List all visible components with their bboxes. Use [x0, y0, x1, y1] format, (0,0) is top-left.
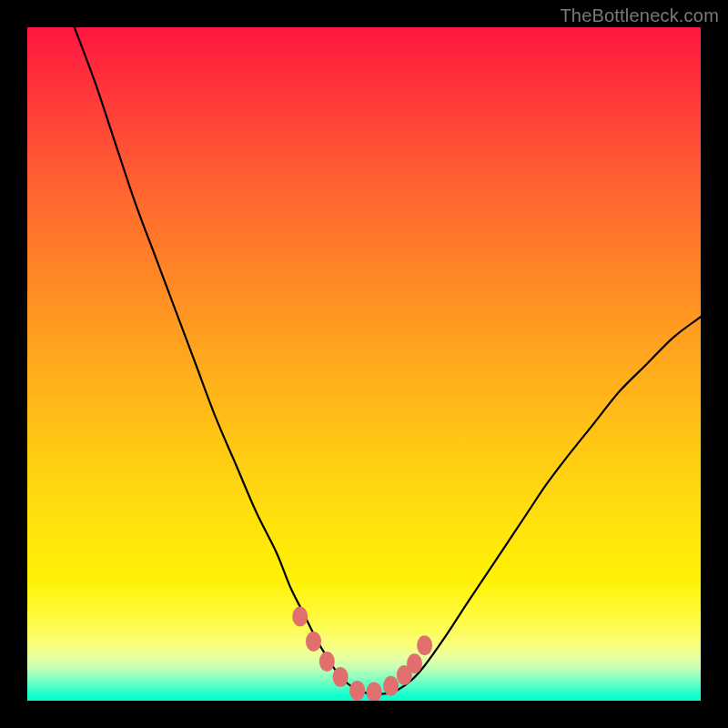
curve-marker: [367, 682, 382, 701]
curve-marker: [306, 632, 321, 652]
curve-marker: [333, 667, 349, 687]
chart-frame: TheBottleneck.com: [0, 0, 728, 728]
curve-layer: [27, 27, 701, 701]
attribution-watermark: TheBottleneck.com: [560, 5, 719, 26]
curve-marker: [319, 652, 335, 672]
bottleneck-curve: [75, 27, 701, 694]
plot-area: [27, 27, 701, 701]
curve-marker: [349, 681, 365, 701]
curve-marker: [407, 653, 422, 673]
curve-markers: [292, 607, 432, 702]
curve-marker: [292, 607, 308, 627]
curve-marker: [383, 676, 399, 696]
curve-marker: [417, 635, 432, 655]
